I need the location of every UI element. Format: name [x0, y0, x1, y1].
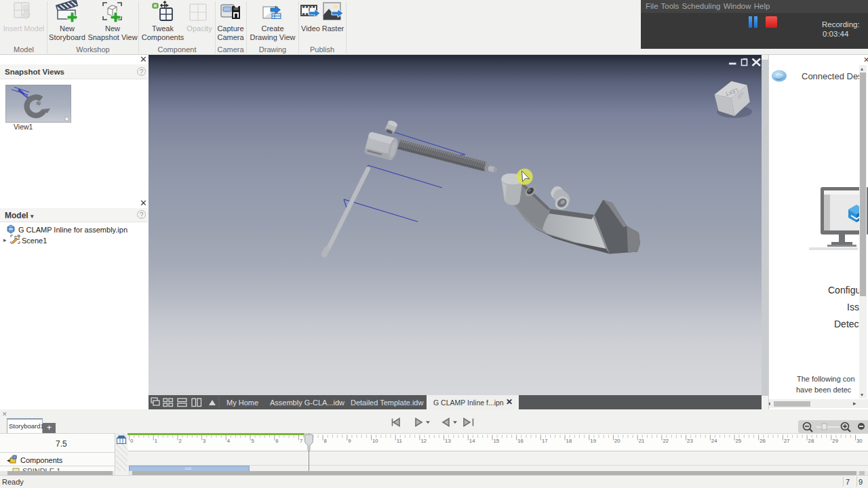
svg-text:9: 9	[348, 438, 351, 444]
svg-text:14: 14	[469, 438, 475, 444]
svg-text:24: 24	[711, 438, 717, 444]
svg-text:30: 30	[856, 438, 863, 444]
svg-text:1: 1	[155, 438, 157, 444]
svg-text:7: 7	[300, 438, 302, 444]
svg-text:4: 4	[227, 438, 231, 444]
svg-text:3: 3	[203, 438, 205, 444]
svg-text:21: 21	[639, 438, 645, 444]
svg-text:8: 8	[324, 438, 327, 444]
svg-text:0: 0	[130, 438, 134, 444]
svg-text:16: 16	[517, 438, 524, 444]
svg-text:27: 27	[784, 438, 790, 444]
svg-text:22: 22	[663, 438, 669, 444]
svg-text:26: 26	[760, 438, 766, 444]
svg-text:25: 25	[736, 438, 742, 444]
svg-text:5: 5	[252, 438, 255, 444]
svg-text:18: 18	[566, 438, 572, 444]
svg-text:28: 28	[808, 438, 814, 444]
svg-text:15: 15	[494, 438, 500, 444]
svg-text:20: 20	[614, 438, 620, 444]
svg-text:17: 17	[542, 438, 548, 444]
svg-text:19: 19	[590, 438, 596, 444]
svg-text:11: 11	[397, 438, 402, 444]
svg-text:12: 12	[420, 438, 427, 444]
svg-text:13: 13	[445, 438, 451, 444]
svg-text:10: 10	[372, 438, 378, 444]
svg-text:23: 23	[687, 438, 693, 444]
svg-text:6: 6	[275, 438, 278, 444]
svg-text:2: 2	[178, 438, 181, 444]
svg-text:29: 29	[832, 438, 838, 444]
